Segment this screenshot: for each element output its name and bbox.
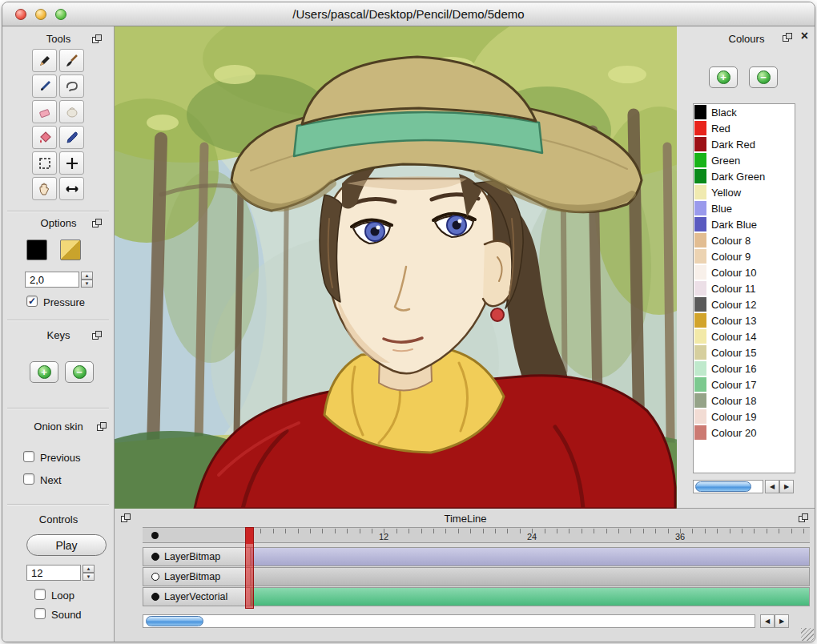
colour-item[interactable]: Colour 15 [694,344,795,360]
canvas-artwork [115,26,677,509]
colour-item[interactable]: Colour 10 [694,264,795,280]
layer-visibility-dot[interactable] [151,553,159,561]
colour-swatch [694,169,706,183]
sound-checkbox[interactable] [34,608,46,619]
pressure-label: Pressure [43,296,85,308]
colours-panel: Colours × + − Black Red Dark Red Green D… [677,26,815,509]
timeline-scrollbar[interactable] [143,614,755,628]
colour-item[interactable]: Colour 14 [694,328,795,344]
move-icon [64,155,80,171]
colour-swatch [694,345,706,360]
divider [7,211,109,211]
colour-item[interactable]: Colour 18 [694,392,795,409]
add-key-button[interactable]: + [30,361,58,383]
ruler-label: 24 [527,532,537,541]
remove-key-button[interactable]: − [65,361,94,383]
play-button[interactable]: Play [26,534,107,556]
timeline-scrollbar-thumb[interactable] [146,616,203,626]
colour-swatch [694,105,706,119]
smudge-tool-button[interactable] [59,100,84,123]
colours-scrollbar-thumb[interactable] [695,481,751,492]
layer-track[interactable] [251,567,810,586]
layer-visibility-dot[interactable] [151,573,159,581]
colour-swatch [694,425,706,440]
loop-checkbox[interactable] [34,589,46,600]
layer-track[interactable] [251,587,810,606]
colour-item[interactable]: Colour 8 [694,232,795,248]
close-colours-icon[interactable]: × [801,30,808,42]
fps-down-button[interactable]: ▼ [83,573,95,581]
stroke-width-up-button[interactable]: ▲ [81,272,93,280]
divider [7,408,109,409]
layer-label[interactable]: LayerVectorial [143,587,251,606]
colour-item[interactable]: Colour 11 [694,280,795,296]
eraser-tool-button[interactable] [32,100,57,123]
colour-item[interactable]: Blue [694,200,795,216]
brush-tool-button[interactable] [59,49,84,72]
flip-horizontal-tool-button[interactable] [59,177,84,200]
colour-item[interactable]: Red [694,120,795,136]
remove-colour-button[interactable]: − [749,66,778,88]
fps-input[interactable] [26,565,81,581]
pencil-tool-button[interactable] [32,49,57,72]
colour-item[interactable]: Colour 17 [694,376,795,392]
frame-ruler[interactable]: 12 24 36 [143,527,810,543]
polyline-icon [64,78,80,95]
timeline-layer-row: LayerBitmap [143,547,810,566]
colour-item[interactable]: Colour 12 [694,296,795,312]
timeline-scroll-left-button[interactable]: ◀ [760,614,775,628]
colours-scrollbar[interactable] [693,480,763,493]
colour-item[interactable]: Colour 9 [694,248,795,264]
onion-next-checkbox[interactable] [23,473,34,485]
bucket-tool-button[interactable] [32,126,57,149]
colour-swatch [694,313,706,328]
colour-item[interactable]: Colour 16 [694,360,795,376]
colour-item[interactable]: Black [694,104,795,120]
app-window: /Users/pascal/Desktop/Pencil/Demo/5demo … [2,2,815,642]
fill-colour-swatch[interactable] [60,239,81,260]
titlebar[interactable]: /Users/pascal/Desktop/Pencil/Demo/5demo [2,2,815,26]
colour-swatch [694,249,706,264]
move-tool-button[interactable] [59,151,84,175]
fps-up-button[interactable]: ▲ [83,565,95,573]
onion-previous-checkbox[interactable] [23,451,34,462]
layer-label[interactable]: LayerBitmap [143,567,251,586]
layer-label[interactable]: LayerBitmap [143,547,251,566]
colour-item[interactable]: Colour 19 [694,409,795,425]
stroke-width-down-button[interactable]: ▼ [81,280,93,288]
layer-visibility-dot[interactable] [151,593,159,601]
playhead[interactable] [245,527,254,609]
colours-scroll-left-button[interactable]: ◀ [765,480,779,493]
pen-tool-button[interactable] [32,74,57,98]
stroke-colour-swatch[interactable] [26,239,47,260]
colour-item[interactable]: Dark Red [694,136,795,152]
pressure-checkbox[interactable]: ✓ [26,296,38,307]
colour-item[interactable]: Colour 13 [694,312,795,328]
drawing-canvas[interactable] [115,26,677,509]
colour-item[interactable]: Yellow [694,184,795,200]
dock-timeline-right-icon[interactable] [799,513,808,522]
colour-item[interactable]: Green [694,152,795,168]
colour-swatch [694,377,706,392]
polyline-tool-button[interactable] [59,74,84,98]
colour-item[interactable]: Dark Blue [694,216,795,232]
minus-icon: − [73,365,87,379]
dock-keys-icon[interactable] [92,331,102,340]
stroke-width-input[interactable] [25,272,79,288]
layer-track[interactable] [251,547,810,566]
dock-options-icon[interactable] [92,219,102,227]
select-tool-button[interactable] [32,151,57,175]
dock-tools-icon[interactable] [92,34,102,43]
dock-onion-icon[interactable] [97,422,107,431]
colour-item[interactable]: Dark Green [694,168,795,184]
eyedropper-tool-button[interactable] [59,126,84,149]
timeline-scroll-right-button[interactable]: ▶ [775,614,789,628]
hand-tool-button[interactable] [32,177,57,200]
colours-scroll-right-button[interactable]: ▶ [779,480,794,493]
colour-swatch [694,361,706,376]
colour-swatch [694,201,706,215]
dock-colours-icon[interactable] [783,33,792,42]
add-colour-button[interactable]: + [709,66,738,88]
colour-item[interactable]: Colour 20 [694,425,795,441]
window-resize-grip[interactable] [801,628,814,641]
